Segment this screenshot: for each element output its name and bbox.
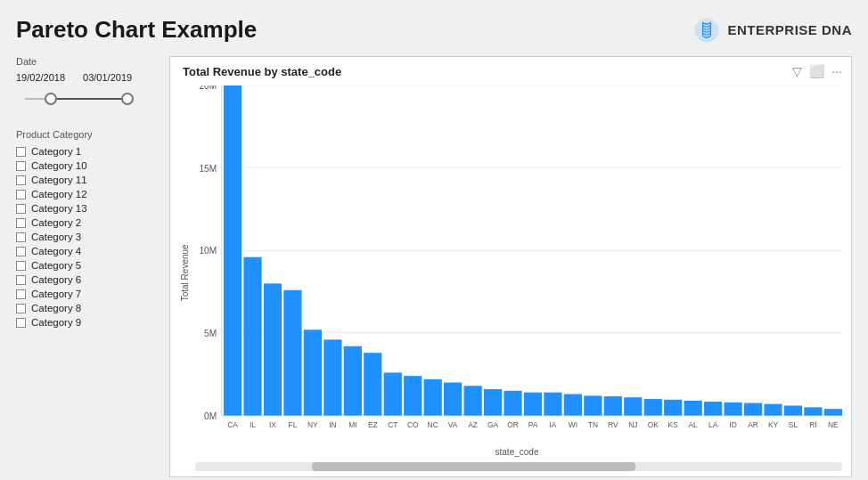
category-item[interactable]: Category 7 — [16, 288, 159, 300]
category-label: Category 10 — [31, 160, 87, 171]
category-label: Category 7 — [31, 289, 81, 299]
category-label: Category 5 — [31, 260, 81, 271]
category-item[interactable]: Category 13 — [16, 202, 159, 215]
svg-text:AL: AL — [689, 420, 699, 429]
svg-text:EZ: EZ — [368, 420, 378, 429]
svg-text:VA: VA — [448, 420, 458, 429]
category-item[interactable]: Category 10 — [16, 159, 159, 172]
svg-rect-26 — [344, 346, 362, 416]
svg-text:OR: OR — [507, 420, 519, 429]
svg-rect-28 — [364, 353, 381, 415]
dna-icon — [693, 17, 720, 44]
svg-text:5M: 5M — [204, 329, 217, 338]
category-item[interactable]: Category 12 — [16, 188, 159, 200]
svg-rect-72 — [804, 407, 822, 415]
date-end: 03/01/2019 — [83, 72, 132, 83]
svg-text:RV: RV — [608, 420, 618, 429]
date-label: Date — [16, 56, 159, 67]
svg-rect-32 — [404, 376, 422, 415]
category-label: Category 12 — [31, 189, 87, 199]
category-item[interactable]: Category 3 — [16, 231, 159, 243]
svg-text:GA: GA — [487, 420, 499, 429]
svg-point-0 — [695, 18, 719, 42]
category-label: Category 9 — [31, 317, 81, 328]
svg-text:SL: SL — [789, 420, 798, 429]
svg-rect-22 — [304, 329, 322, 415]
svg-rect-24 — [323, 339, 341, 415]
chart-container: Total Revenue by state_code ▽ ⬜ ··· Tota… — [169, 56, 852, 477]
category-checkbox[interactable] — [16, 204, 26, 214]
svg-rect-50 — [584, 395, 602, 415]
date-slider[interactable] — [16, 90, 141, 108]
category-checkbox[interactable] — [16, 190, 26, 199]
svg-rect-16 — [243, 257, 261, 416]
slider-active-range — [50, 98, 125, 100]
svg-text:IX: IX — [269, 420, 276, 429]
svg-rect-38 — [463, 386, 481, 415]
svg-text:MI: MI — [348, 420, 356, 429]
category-checkbox[interactable] — [16, 261, 26, 271]
svg-text:TN: TN — [588, 420, 598, 429]
svg-rect-44 — [524, 393, 542, 416]
svg-rect-70 — [784, 405, 802, 415]
category-checkbox[interactable] — [16, 175, 26, 185]
category-item[interactable]: Category 1 — [16, 145, 159, 158]
main-content: Date 19/02/2018 03/01/2019 Product Categ… — [16, 56, 852, 477]
svg-text:KS: KS — [668, 420, 679, 429]
svg-text:20M: 20M — [199, 85, 217, 91]
slider-thumb-left[interactable] — [45, 93, 57, 105]
category-checkbox[interactable] — [16, 304, 26, 313]
category-checkbox[interactable] — [16, 247, 26, 256]
svg-rect-46 — [544, 393, 561, 416]
svg-rect-30 — [384, 372, 402, 415]
category-item[interactable]: Category 9 — [16, 316, 159, 329]
category-item[interactable]: Category 11 — [16, 174, 159, 186]
svg-rect-74 — [824, 409, 842, 415]
category-checkbox[interactable] — [16, 218, 26, 228]
expand-icon[interactable]: ⬜ — [809, 64, 824, 78]
category-item[interactable]: Category 6 — [16, 273, 159, 286]
svg-rect-14 — [224, 85, 242, 416]
svg-text:AR: AR — [748, 420, 758, 429]
chart-scrollbar[interactable] — [195, 462, 842, 471]
scrollbar-thumb[interactable] — [312, 462, 635, 471]
chart-body: Total Revenue 0M 5M — [170, 82, 851, 460]
category-item[interactable]: Category 8 — [16, 302, 159, 314]
svg-rect-18 — [264, 283, 282, 415]
svg-text:KY: KY — [768, 420, 779, 429]
logo-text: ENTERPRISE DNA — [727, 22, 852, 37]
svg-rect-40 — [484, 389, 502, 416]
category-item[interactable]: Category 2 — [16, 216, 159, 229]
category-checkbox[interactable] — [16, 147, 26, 157]
svg-text:ID: ID — [729, 420, 736, 429]
svg-rect-52 — [604, 396, 622, 415]
category-checkbox[interactable] — [16, 232, 26, 242]
svg-rect-42 — [504, 391, 521, 416]
svg-rect-58 — [664, 400, 682, 416]
x-axis-label: state_code — [192, 445, 842, 460]
category-checkbox[interactable] — [16, 318, 26, 328]
svg-text:10M: 10M — [199, 246, 217, 256]
svg-text:IA: IA — [549, 420, 556, 429]
category-label: Category 6 — [31, 274, 81, 285]
category-checkbox[interactable] — [16, 275, 26, 285]
more-icon[interactable]: ··· — [831, 64, 842, 78]
y-axis-label: Total Revenue — [176, 85, 192, 460]
svg-text:CO: CO — [407, 420, 419, 429]
product-category-section: Product Category Category 1Category 10Ca… — [16, 129, 159, 329]
slider-thumb-right[interactable] — [121, 93, 134, 105]
category-item[interactable]: Category 5 — [16, 259, 159, 272]
category-label: Category 3 — [31, 232, 81, 242]
category-checkbox[interactable] — [16, 289, 26, 299]
category-checkbox[interactable] — [16, 161, 26, 171]
filter-icon[interactable]: ▽ — [792, 64, 802, 78]
category-item[interactable]: Category 4 — [16, 245, 159, 257]
svg-text:IL: IL — [250, 420, 256, 429]
svg-text:FL: FL — [289, 420, 298, 429]
svg-text:NC: NC — [428, 420, 438, 429]
svg-rect-48 — [564, 395, 582, 416]
date-range: 19/02/2018 03/01/2019 — [16, 72, 159, 83]
svg-rect-56 — [644, 399, 662, 416]
svg-text:OK: OK — [648, 420, 659, 429]
sidebar: Date 19/02/2018 03/01/2019 Product Categ… — [16, 56, 159, 477]
